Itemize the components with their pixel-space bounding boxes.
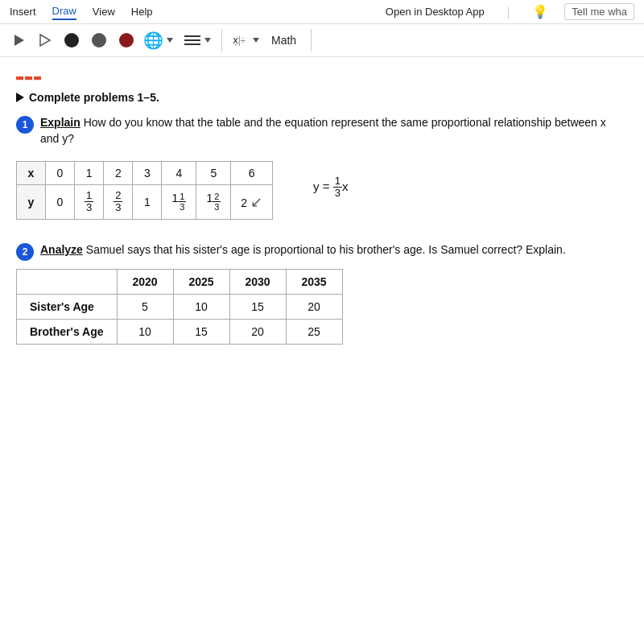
math-button[interactable]: Math [266, 31, 301, 49]
problem-1-content: x 0 1 2 3 4 5 6 y 0 1 3 [16, 155, 628, 220]
instruction-line: Complete problems 1–5. [16, 91, 628, 104]
y-val-4: 1 1 3 [162, 185, 196, 220]
black-circle-button[interactable] [61, 30, 82, 51]
svg-rect-8 [184, 43, 200, 45]
instruction-text: Complete problems 1–5. [29, 91, 159, 104]
dark-gray-circle-button[interactable] [89, 30, 109, 51]
toolbar: 🌐 x̣|÷ Math [0, 24, 644, 57]
y-val-3: 1 [133, 185, 162, 220]
problem-1: 1 Explain How do you know that the table… [16, 115, 628, 220]
toolbar-divider-1 [221, 29, 222, 52]
x-val-6: 6 [231, 162, 273, 185]
tell-me-input[interactable]: Tell me wha [564, 3, 634, 20]
y-val-6: 2↙ [231, 185, 273, 220]
empty-header-cell [17, 269, 118, 294]
open-desktop-link[interactable]: Open in Desktop App [386, 6, 485, 18]
y-val-5: 1 2 3 [196, 185, 231, 220]
problem-2-keyword: Analyze [40, 243, 83, 256]
svg-marker-1 [40, 35, 50, 46]
problem-1-number: 1 [16, 116, 34, 134]
equation-chevron-icon [252, 36, 260, 44]
svg-marker-11 [253, 38, 259, 43]
equation-display: y = 1 3 x [313, 175, 348, 200]
sister-row: Sister's Age 5 10 15 20 [17, 294, 343, 319]
sister-label: Sister's Age [17, 294, 118, 319]
problem-1-text: Explain How do you know that the table a… [40, 115, 628, 147]
lines-dropdown[interactable] [184, 33, 212, 47]
brother-2025: 15 [173, 319, 229, 344]
dark-red-circle-button[interactable] [116, 30, 137, 51]
sister-2030: 15 [229, 294, 286, 319]
equation-dropdown[interactable]: x̣|÷ [232, 33, 260, 47]
effects-dropdown[interactable]: 🌐 [143, 31, 174, 50]
problem-1-header: 1 Explain How do you know that the table… [16, 115, 628, 147]
x-val-5: 5 [196, 162, 231, 185]
lines-chevron-icon [204, 36, 212, 44]
y-val-0: 0 [46, 185, 75, 220]
y-val-2: 2 3 [104, 185, 133, 220]
problem-2: 2 Analyze Samuel says that his sister's … [16, 242, 628, 345]
col-2020: 2020 [117, 269, 173, 294]
problem-1-table: x 0 1 2 3 4 5 6 y 0 1 3 [16, 161, 273, 220]
svg-marker-0 [14, 35, 24, 46]
cursor-icon: ↙ [250, 193, 262, 211]
toolbar-divider-2 [311, 29, 312, 52]
table-row-y: y 0 1 3 2 3 1 [17, 185, 273, 220]
x-val-4: 4 [162, 162, 196, 185]
effects-chevron-icon [166, 36, 174, 44]
svg-rect-6 [184, 35, 200, 37]
content-area: ▬▬▬ Complete problems 1–5. 1 Explain How… [0, 57, 644, 380]
y-val-1: 1 3 [75, 185, 104, 220]
frac-2-3: 2 3 [114, 190, 122, 214]
menu-insert[interactable]: Insert [10, 4, 36, 19]
menu-bar: Insert Draw View Help Open in Desktop Ap… [0, 0, 644, 24]
problem-2-header: 2 Analyze Samuel says that his sister's … [16, 242, 628, 261]
frac-1-3-b: 1 3 [178, 192, 186, 212]
col-2025: 2025 [173, 269, 229, 294]
x-val-0: 0 [46, 162, 75, 185]
problem-1-keyword: Explain [40, 116, 80, 129]
problem-1-body: How do you know that the table and the e… [40, 116, 606, 145]
brother-row: Brother's Age 10 15 20 25 [17, 319, 343, 344]
lightbulb-icon: 💡 [532, 4, 548, 19]
table-row-x: x 0 1 2 3 4 5 6 [17, 162, 273, 185]
svg-text:x̣|÷: x̣|÷ [233, 35, 246, 46]
brother-label: Brother's Age [17, 319, 118, 344]
equation-icon: x̣|÷ [232, 33, 250, 47]
play-button[interactable] [10, 31, 29, 50]
x-val-2: 2 [104, 162, 133, 185]
frac-1-3: 1 3 [85, 190, 93, 214]
col-2035: 2035 [286, 269, 342, 294]
svg-marker-9 [204, 38, 211, 43]
x-label: x [17, 162, 46, 185]
menu-draw[interactable]: Draw [52, 3, 76, 20]
svg-rect-7 [184, 39, 200, 41]
menu-view[interactable]: View [93, 4, 115, 19]
problem-2-table: 2020 2025 2030 2035 Sister's Age 5 10 15… [16, 269, 343, 345]
problem-2-number: 2 [16, 243, 34, 261]
problem-2-text: Analyze Samuel says that his sister's ag… [40, 242, 566, 258]
equation-frac: 1 3 [333, 175, 342, 200]
svg-point-3 [92, 33, 106, 47]
lines-icon [184, 33, 201, 47]
col-2030: 2030 [229, 269, 286, 294]
menu-help[interactable]: Help [131, 4, 153, 19]
problem-2-body: Samuel says that his sister's age is pro… [83, 243, 566, 256]
math-label: Math [271, 34, 296, 47]
frac-2-3-b: 2 3 [213, 192, 221, 212]
brother-2030: 20 [229, 319, 286, 344]
brother-2020: 10 [117, 319, 173, 344]
brother-2035: 25 [286, 319, 342, 344]
play-outline-button[interactable] [35, 31, 55, 50]
x-val-1: 1 [75, 162, 104, 185]
sister-2035: 20 [286, 294, 342, 319]
sister-2025: 10 [173, 294, 229, 319]
scratch-marks: ▬▬▬ [16, 70, 628, 85]
svg-point-2 [64, 33, 79, 47]
triangle-icon [16, 93, 24, 102]
sister-2020: 5 [117, 294, 173, 319]
svg-point-4 [119, 33, 134, 47]
table-2-header-row: 2020 2025 2030 2035 [17, 269, 343, 294]
y-label: y [17, 185, 46, 220]
svg-marker-5 [167, 38, 173, 43]
